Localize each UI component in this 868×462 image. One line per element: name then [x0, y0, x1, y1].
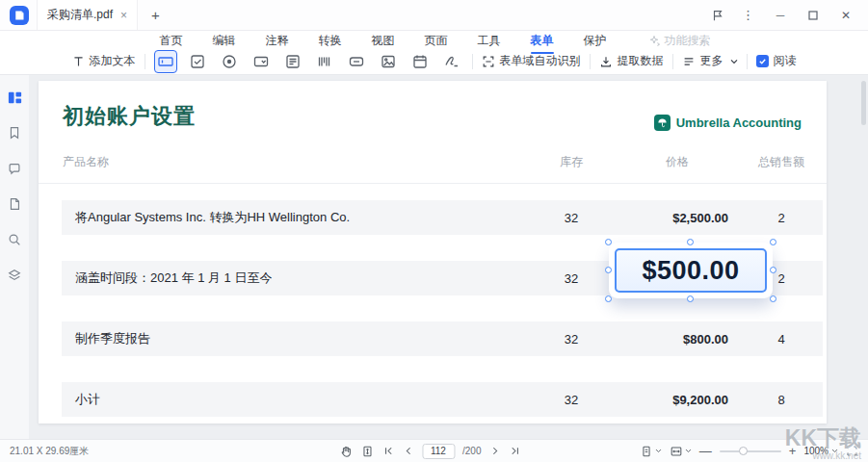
feature-search[interactable]: 功能搜索 — [648, 33, 711, 49]
radio-field-button[interactable] — [218, 50, 241, 73]
next-page-button[interactable] — [488, 445, 501, 457]
checkbox-field-button[interactable] — [186, 50, 209, 73]
selected-form-field[interactable]: $500.00 — [609, 243, 773, 298]
signature-field-icon — [443, 53, 460, 70]
search-icon — [7, 232, 22, 247]
selection-handle[interactable] — [770, 295, 776, 302]
cell-stock: 32 — [528, 393, 615, 407]
document-canvas[interactable]: 初始账户设置 Umbrella Accounting 产品名称 库存 价格 总销… — [29, 75, 868, 439]
selection-handle[interactable] — [770, 239, 776, 245]
add-text-button[interactable]: 添加文本 — [72, 53, 136, 69]
umbrella-icon — [654, 115, 671, 131]
dropdown-field-button[interactable] — [250, 50, 273, 73]
window-maximize-button[interactable] — [801, 5, 826, 26]
toolbar-divider — [590, 54, 591, 69]
page-navigation: /200 — [339, 444, 521, 459]
table-header-row: 产品名称 库存 价格 总销售额 — [62, 154, 823, 170]
last-page-button[interactable] — [509, 445, 521, 457]
cell-stock: 32 — [528, 211, 615, 225]
menu-item-edit[interactable]: 编辑 — [211, 32, 238, 50]
pdf-page: 初始账户设置 Umbrella Accounting 产品名称 库存 价格 总销… — [39, 81, 827, 424]
chevron-down-icon — [685, 449, 692, 453]
menu-bar: 首页 编辑 注释 转换 视图 页面 工具 表单 保护 功能搜索 — [0, 31, 868, 50]
selection-handle[interactable] — [605, 239, 612, 245]
scroll-mode-icon[interactable] — [360, 445, 374, 458]
menu-item-home[interactable]: 首页 — [158, 32, 185, 50]
image-field-icon — [380, 53, 397, 70]
auto-recognize-button[interactable]: 表单域自动识别 — [482, 53, 581, 69]
menu-item-comment[interactable]: 注释 — [264, 32, 291, 50]
extract-data-button[interactable]: 提取数据 — [599, 53, 664, 69]
toolbar-divider — [145, 54, 145, 69]
read-mode-toggle[interactable]: 阅读 — [756, 53, 797, 69]
sidebar-item-comments[interactable] — [4, 158, 25, 179]
menu-item-form[interactable]: 表单 — [529, 32, 556, 50]
more-tools-label: 更多 — [700, 53, 723, 69]
sidebar-item-search[interactable] — [4, 229, 25, 250]
zoom-in-button[interactable]: + — [789, 445, 797, 457]
text-field-button[interactable] — [154, 50, 177, 73]
selection-handle[interactable] — [605, 295, 612, 302]
share-icon[interactable] — [706, 5, 729, 26]
selection-handle[interactable] — [687, 239, 694, 245]
date-field-button[interactable] — [408, 50, 432, 73]
window-close-button[interactable]: ✕ — [833, 5, 858, 26]
listbox-field-button[interactable] — [281, 50, 304, 73]
tab-close-icon[interactable]: × — [120, 10, 127, 21]
signature-field-button[interactable] — [440, 50, 463, 73]
zoom-percent-dropdown[interactable]: 100% — [803, 446, 838, 456]
check-icon — [758, 57, 767, 65]
add-text-label: 添加文本 — [90, 53, 136, 69]
menu-item-tools[interactable]: 工具 — [476, 32, 503, 50]
sidebar-item-layers[interactable] — [4, 265, 25, 286]
table-row: 小计 32 $9,200.00 8 — [62, 382, 823, 417]
menu-item-page[interactable]: 页面 — [423, 32, 450, 50]
feature-search-label: 功能搜索 — [665, 33, 711, 49]
thumbnails-icon — [7, 90, 23, 106]
selection-handle[interactable] — [687, 295, 694, 302]
new-tab-button[interactable]: + — [145, 7, 166, 23]
cell-product: 涵盖时间段：2021 年 1 月 1 日至今 — [62, 270, 528, 287]
fullscreen-icon[interactable] — [846, 445, 858, 457]
more-menu-icon[interactable]: ⋮ — [737, 5, 760, 26]
menu-item-protect[interactable]: 保护 — [582, 32, 609, 50]
button-field-icon — [348, 53, 365, 70]
cell-total: 8 — [740, 393, 823, 407]
app-logo-icon — [13, 10, 25, 21]
more-tools-button[interactable]: 更多 — [682, 53, 738, 69]
hand-tool-icon[interactable] — [339, 445, 353, 458]
sidebar-item-bookmarks[interactable] — [4, 122, 25, 143]
menu-item-convert[interactable]: 转换 — [317, 32, 344, 50]
page-title: 初始账户设置 — [63, 102, 196, 131]
bookmark-icon — [7, 125, 22, 141]
table-row: 制作季度报告 32 $800.00 4 — [62, 321, 823, 356]
checkbox-field-icon — [189, 53, 206, 70]
page-number-input[interactable] — [422, 444, 455, 459]
cell-price: $9,200.00 — [615, 393, 740, 407]
read-mode-checkbox[interactable] — [756, 55, 769, 67]
cell-product: 将Angular Systems Inc. 转换为HH Wellington C… — [62, 209, 528, 226]
menu-item-view[interactable]: 视图 — [370, 32, 397, 50]
vertical-scrollbar[interactable] — [861, 81, 866, 125]
previous-page-button[interactable] — [402, 445, 414, 457]
sidebar-item-attachments[interactable] — [4, 193, 25, 215]
form-field-value[interactable]: $500.00 — [615, 248, 767, 293]
sidebar-item-thumbnails[interactable] — [4, 87, 25, 108]
image-field-button[interactable] — [377, 50, 400, 73]
zoom-slider[interactable] — [720, 450, 781, 452]
single-page-view-icon[interactable] — [640, 445, 662, 458]
brand-logo: Umbrella Accounting — [654, 115, 802, 131]
button-field-button[interactable] — [345, 50, 368, 73]
zoom-slider-thumb[interactable] — [739, 447, 748, 455]
app-logo[interactable] — [10, 6, 29, 25]
fit-width-icon[interactable] — [670, 445, 692, 458]
text-icon — [72, 55, 85, 67]
selection-handle[interactable] — [770, 267, 776, 273]
zoom-out-button[interactable]: — — [699, 445, 712, 457]
first-page-button[interactable] — [381, 445, 394, 457]
window-minimize-button[interactable]: ─ — [768, 5, 793, 26]
selection-handle[interactable] — [605, 267, 612, 273]
document-tab[interactable]: 采购清单.pdf × — [37, 0, 138, 30]
cell-price: $800.00 — [615, 332, 740, 346]
barcode-field-button[interactable] — [313, 50, 336, 73]
